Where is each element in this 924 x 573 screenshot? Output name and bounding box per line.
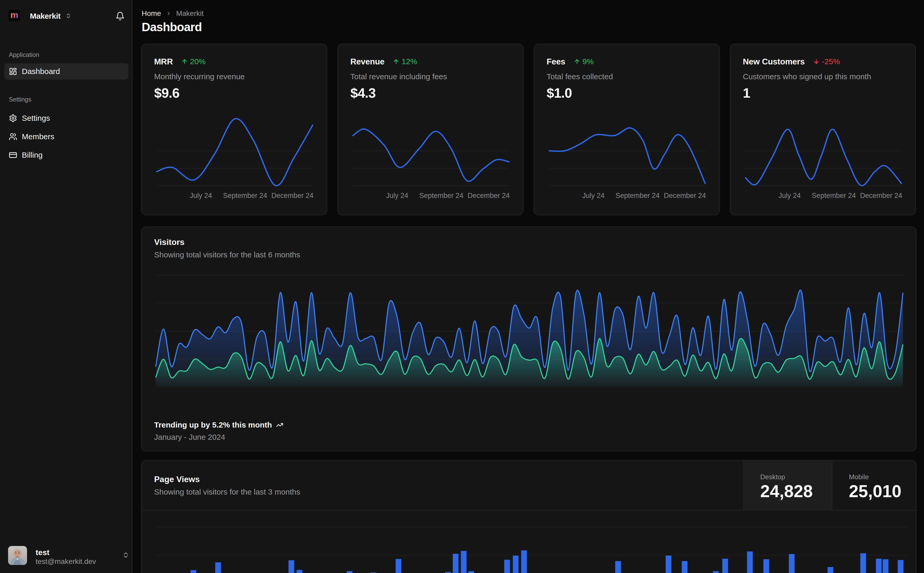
svg-text:December 24: December 24 xyxy=(271,192,314,199)
svg-text:December 24: December 24 xyxy=(860,192,902,199)
svg-text:July 24: July 24 xyxy=(582,192,605,199)
svg-text:September 24: September 24 xyxy=(812,192,856,199)
svg-text:September 24: September 24 xyxy=(615,192,660,199)
svg-text:September 24: September 24 xyxy=(419,192,463,199)
svg-text:December 24: December 24 xyxy=(664,192,706,199)
svg-text:m: m xyxy=(10,10,18,20)
svg-text:July 24: July 24 xyxy=(778,192,801,199)
svg-text:July 24: July 24 xyxy=(190,192,212,199)
svg-text:December 24: December 24 xyxy=(467,192,510,199)
svg-text:July 24: July 24 xyxy=(386,192,408,199)
svg-text:September 24: September 24 xyxy=(223,192,267,199)
